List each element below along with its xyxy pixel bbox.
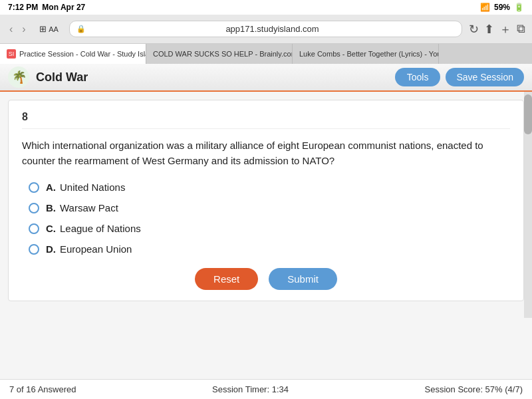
reload-button[interactable]: ↻ <box>469 21 479 37</box>
session-score: Session Score: 57% (4/7) <box>425 384 523 394</box>
option-a[interactable]: A. United Nations <box>29 182 510 193</box>
option-letter-a: A. <box>46 182 56 193</box>
browser-chrome: ‹ › ⊞ AA 🔒 app171.studyisland.com ↻ ⬆ ＋ … <box>0 15 532 44</box>
battery-icon: 🔋 <box>514 3 524 12</box>
reader-icon: ⊞ <box>39 24 47 34</box>
tools-button[interactable]: Tools <box>395 68 441 86</box>
radio-d[interactable] <box>29 244 39 255</box>
new-tab-button[interactable]: ＋ <box>499 21 511 37</box>
session-timer: Session Timer: 1:34 <box>212 384 289 394</box>
option-text-a: United Nations <box>60 182 125 193</box>
reader-mode-button[interactable]: ⊞ AA <box>35 23 63 35</box>
option-d[interactable]: D. European Union <box>29 243 510 255</box>
scrollbar-track <box>524 92 532 318</box>
forward-button[interactable]: › <box>19 22 28 37</box>
option-label-a: A. United Nations <box>46 182 125 193</box>
tab-label-brainly: COLD WAR SUCKS SO HELP - Brainly.com <box>153 50 293 58</box>
option-b[interactable]: B. Warsaw Pact <box>29 202 510 213</box>
progress-indicator: 7 of 16 Answered <box>9 384 76 394</box>
back-button[interactable]: ‹ <box>7 22 15 37</box>
tab-bar: SI Practice Session - Cold War - Study I… <box>0 44 532 64</box>
option-c[interactable]: C. League of Nations <box>29 223 510 234</box>
battery-level: 59% <box>494 3 510 12</box>
question-number: 8 <box>22 111 510 129</box>
action-buttons: Reset Submit <box>22 268 510 290</box>
lock-icon: 🔒 <box>76 25 86 33</box>
time: 7:12 PM <box>8 3 38 12</box>
radio-a[interactable] <box>29 182 39 193</box>
reset-button[interactable]: Reset <box>195 268 258 290</box>
tab-youtube[interactable]: Luke Combs - Better Together (Lyrics) - … <box>293 44 439 64</box>
radio-b[interactable] <box>29 203 39 213</box>
wifi-icon: 📶 <box>480 3 490 12</box>
scrollbar-thumb[interactable] <box>524 94 532 134</box>
save-session-button[interactable]: Save Session <box>446 68 524 86</box>
page-title: Cold War <box>36 70 388 84</box>
submit-button[interactable]: Submit <box>269 268 337 290</box>
svg-text:🌴: 🌴 <box>12 70 27 84</box>
header-buttons: Tools Save Session <box>395 68 524 86</box>
option-letter-c: C. <box>46 223 56 234</box>
tab-brainly[interactable]: COLD WAR SUCKS SO HELP - Brainly.com <box>146 44 293 64</box>
question-card: 8 Which international organization was a… <box>8 100 524 301</box>
option-letter-d: D. <box>46 243 56 255</box>
app-logo: 🌴 <box>8 66 29 88</box>
status-bar: 7:12 PM Mon Apr 27 📶 59% 🔋 <box>0 0 532 15</box>
option-label-b: B. Warsaw Pact <box>46 202 118 213</box>
url-text: app171.studyisland.com <box>90 24 455 34</box>
date: Mon Apr 27 <box>42 3 85 12</box>
address-bar[interactable]: 🔒 app171.studyisland.com <box>69 21 462 37</box>
option-label-d: D. European Union <box>46 243 132 255</box>
content-area: 8 Which international organization was a… <box>0 92 532 379</box>
status-time-date: 7:12 PM Mon Apr 27 <box>8 3 85 12</box>
question-text: Which international organization was a m… <box>22 138 510 168</box>
share-button[interactable]: ⬆ <box>484 21 494 37</box>
radio-c[interactable] <box>29 223 39 234</box>
reader-label: AA <box>49 25 59 33</box>
option-label-c: C. League of Nations <box>46 223 141 234</box>
tab-label-youtube: Luke Combs - Better Together (Lyrics) - … <box>299 50 439 58</box>
option-text-b: Warsaw Pact <box>60 202 118 213</box>
status-indicators: 📶 59% 🔋 <box>480 3 524 12</box>
nav-buttons: ‹ › <box>7 22 29 37</box>
option-text-c: League of Nations <box>60 223 141 234</box>
answer-options: A. United Nations B. Warsaw Pact C. Leag… <box>29 182 510 255</box>
bottom-bar: 7 of 16 Answered Session Timer: 1:34 Ses… <box>0 379 532 399</box>
tab-label-practice: Practice Session - Cold War - Study Isla… <box>19 50 146 58</box>
app-header: 🌴 Cold War Tools Save Session <box>0 64 532 92</box>
option-text-d: European Union <box>60 243 132 255</box>
browser-actions: ↻ ⬆ ＋ ⧉ <box>469 21 525 37</box>
tab-practice-session[interactable]: SI Practice Session - Cold War - Study I… <box>0 44 146 64</box>
tab-icon-practice: SI <box>7 49 16 59</box>
option-letter-b: B. <box>46 202 56 213</box>
tabs-button[interactable]: ⧉ <box>517 21 525 37</box>
